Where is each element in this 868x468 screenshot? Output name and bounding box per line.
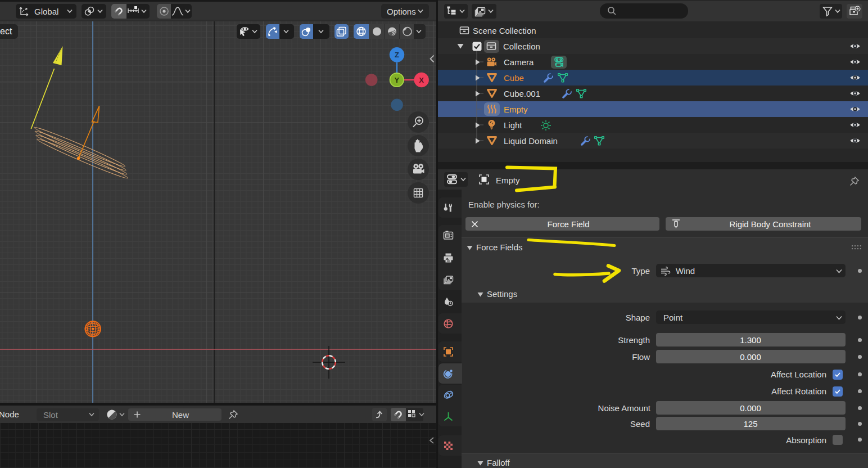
svg-text:Y: Y: [394, 76, 399, 84]
svg-text:X: X: [419, 76, 424, 84]
svg-text:Z: Z: [395, 51, 399, 59]
